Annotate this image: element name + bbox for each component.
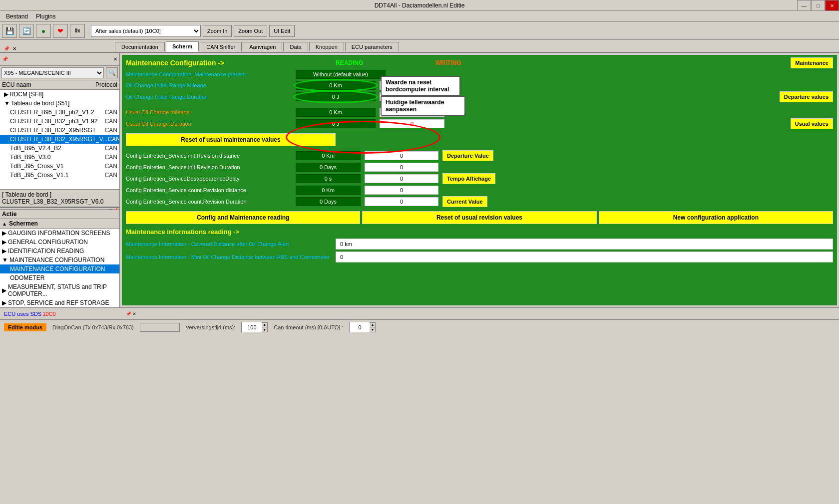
actie-header: Actie xyxy=(0,210,119,219)
schermen-general[interactable]: ▶ GENERAL CONFIGURATION xyxy=(0,238,119,247)
ecu-status-area: ECU uses SDS 10C0 xyxy=(4,311,124,317)
tab-knoppen[interactable]: Knoppen xyxy=(309,42,344,51)
can-timeout-down[interactable]: ▼ xyxy=(370,327,375,332)
usual-values-btn[interactable]: Usual values xyxy=(791,118,833,129)
tree-item-cluster2[interactable]: CLUSTER_L38_B32_ph3_V1.92 CAN xyxy=(0,117,119,126)
maintenance-btn[interactable]: Maintenance xyxy=(791,57,833,68)
ecu-icon-btn[interactable]: 🔍 xyxy=(106,67,118,78)
verversingstijd-down[interactable]: ▼ xyxy=(262,327,267,332)
protocol-tdb2: CAN xyxy=(105,154,117,161)
panel-pin[interactable]: 📌 xyxy=(2,46,11,51)
config-maintenance-reading-btn[interactable]: Config and Maintenance reading xyxy=(126,211,360,224)
ecu-dropdown[interactable]: X95 - MEGANE/SCENIC III xyxy=(1,67,104,78)
annotation-text2: bordcomputer interval xyxy=(386,86,455,93)
toolbar-btn-2[interactable]: 🔄 xyxy=(19,24,34,38)
title-bar: DDT4All - Daciamodellen.nl Editie — □ ✕ xyxy=(0,0,839,11)
tree-item-cluster3[interactable]: CLUSTER_L38_B32_X95RSGT CAN xyxy=(0,126,119,135)
new-config-btn[interactable]: New configuration application xyxy=(599,211,833,224)
current-ecu-text: [ Tableau de bord ] CLUSTER_L38_B32_X95R… xyxy=(2,191,103,205)
current-value-btn[interactable]: Current Value xyxy=(442,196,487,207)
info-value-0[interactable] xyxy=(336,239,833,250)
window-title: DDT4All - Daciamodellen.nl Editie xyxy=(375,2,465,9)
schermen-tree: ▶ GAUGING INFORMATION SCREENS ▶ GENERAL … xyxy=(0,229,119,307)
label-oil-duration: Oil Change Initial Range.Duration xyxy=(126,94,296,100)
menu-plugins[interactable]: Plugins xyxy=(32,12,59,21)
ecu-pin-btn[interactable]: 📌 xyxy=(126,311,131,316)
tree-item-tableau[interactable]: ▼ Tableau de bord [S51] xyxy=(0,99,119,108)
tree-item-tdb3[interactable]: TdB_J95_Cross_V1 CAN xyxy=(0,162,119,171)
config-input-0[interactable] xyxy=(365,151,438,160)
tree-item-rdcm[interactable]: ▶ RDCM [SF8] xyxy=(0,90,119,99)
ecu-close-btn[interactable]: ✕ xyxy=(132,311,136,316)
tree-col-protocol: Protocol xyxy=(95,81,117,88)
config-label-4: Config Entretien_Service count.Revision … xyxy=(126,199,296,205)
toolbar-btn-4[interactable]: ❤ xyxy=(53,24,68,38)
label-stop: STOP, SERVICE and REF STORAGE xyxy=(8,299,109,306)
config-row-3: Config Entretien_Service count.Revision … xyxy=(126,186,833,195)
minimize-button[interactable]: — xyxy=(797,0,811,11)
zoom-out-button[interactable]: Zoom Out xyxy=(234,25,267,37)
tree-item-cluster1[interactable]: CLUSTER_B95_L38_ph2_V1.2 CAN xyxy=(0,108,119,117)
row-oil-duration: Oil Change Initial Range.Duration 0 J De… xyxy=(126,91,833,102)
config-input-3[interactable] xyxy=(365,186,438,195)
reset-usual-maintenance-btn[interactable]: Reset of usual maintenance values xyxy=(126,133,336,146)
tab-scherm[interactable]: Scherm xyxy=(166,41,199,52)
departure-value-btn[interactable]: Departure Value xyxy=(442,150,493,161)
row-oil-mileage: Oil Change Initial Range.Mileage 0 Km xyxy=(126,81,833,90)
schermen-odometer[interactable]: ODOMETER xyxy=(0,273,119,282)
tree-item-tdb4[interactable]: TdB_J95_Cross_V1.1 CAN xyxy=(0,171,119,180)
tempo-affichage-btn[interactable]: Tempo Affichage xyxy=(442,173,495,184)
toolbar-btn-1[interactable]: 💾 xyxy=(2,24,17,38)
panel-close[interactable]: ✕ xyxy=(11,46,18,51)
config-value-3: 0 Km xyxy=(296,186,361,195)
schermen-measurement[interactable]: ▶ MEASUREMENT, STATUS and TRIP COMPUTER.… xyxy=(0,282,119,298)
profile-dropdown[interactable]: After sales (default) [10C0] xyxy=(91,25,201,37)
config-row-1: Config Entretien_Service init.Revision D… xyxy=(126,163,833,172)
schermen-gauging[interactable]: ▶ GAUGING INFORMATION SCREENS xyxy=(0,229,119,238)
tree-item-tdb1[interactable]: TdB_B95_V2.4_B2 CAN xyxy=(0,144,119,153)
input-usual-duration[interactable] xyxy=(380,119,444,128)
tab-documentation[interactable]: Documentation xyxy=(115,42,165,51)
toolbar-btn-3[interactable]: ● xyxy=(36,24,51,38)
schermen-maintenance-group[interactable]: ▼ MAINTENANCE CONFIGURATION xyxy=(0,255,119,264)
tree-label-tdb3: TdB_J95_Cross_V1 xyxy=(10,163,63,170)
schermen-identification[interactable]: ▶ IDENTIFICATION READING xyxy=(0,247,119,255)
panel-pin2[interactable]: 📌 xyxy=(2,56,8,62)
label-identification: IDENTIFICATION READING xyxy=(8,248,84,254)
ui-edit-button[interactable]: UI Edit xyxy=(269,25,295,37)
tree-item-tdb2[interactable]: TdB_B95_V3.0 CAN xyxy=(0,153,119,162)
zoom-in-button[interactable]: Zoom In xyxy=(203,25,232,37)
row-usual-mileage: Usual Oil Change.mileage 0 Km xyxy=(126,108,833,117)
diag-indicator xyxy=(140,323,180,332)
info-value-1[interactable] xyxy=(336,252,833,262)
config-row-2: Config Entretien_ServiceDesappearenceDel… xyxy=(126,173,833,184)
tab-aanvragen[interactable]: Aanvragen xyxy=(243,42,282,51)
arrow-rdcm: ▶ xyxy=(2,91,8,98)
maximize-button[interactable]: □ xyxy=(811,0,825,11)
verversingstijd-input[interactable] xyxy=(242,322,262,332)
label-odometer: ODOMETER xyxy=(10,274,44,281)
reset-usual-revision-btn[interactable]: Reset of usual revision values xyxy=(362,211,596,224)
tree-col-ecu: ECU naam xyxy=(2,81,31,88)
can-timeout-input[interactable] xyxy=(350,322,370,332)
schermen-expand[interactable]: ▲ xyxy=(2,221,7,227)
departure-values-btn[interactable]: Departure values xyxy=(780,91,833,102)
schermen-stop[interactable]: ▶ STOP, SERVICE and REF STORAGE xyxy=(0,298,119,307)
menu-bestand[interactable]: Bestand xyxy=(2,12,32,21)
tab-can-sniffer[interactable]: CAN Sniffer xyxy=(200,42,242,51)
verversingstijd-up[interactable]: ▲ xyxy=(262,322,267,327)
can-timeout-up[interactable]: ▲ xyxy=(370,322,375,327)
tree-item-cluster4[interactable]: CLUSTER_L38_B32_X95RSGT_V... CAN xyxy=(0,135,119,144)
config-input-2[interactable] xyxy=(365,174,438,183)
ecu-panel-close: 📌 ✕ xyxy=(126,311,136,316)
config-label-0: Config Entretien_Service init.Revision d… xyxy=(126,153,296,159)
config-input-1[interactable] xyxy=(365,163,438,172)
tab-data[interactable]: Data xyxy=(283,42,308,51)
schermen-maintenance-config[interactable]: MAINTENANCE CONFIGURATION xyxy=(0,264,119,273)
panel-close2[interactable]: ✕ xyxy=(113,56,117,62)
value-usual-mileage: 0 Km xyxy=(296,108,376,117)
tab-ecu-parameters[interactable]: ECU parameters xyxy=(345,42,399,51)
close-button[interactable]: ✕ xyxy=(825,0,839,11)
toolbar-btn-5[interactable]: 0x xyxy=(70,24,85,38)
config-input-4[interactable] xyxy=(365,197,438,206)
